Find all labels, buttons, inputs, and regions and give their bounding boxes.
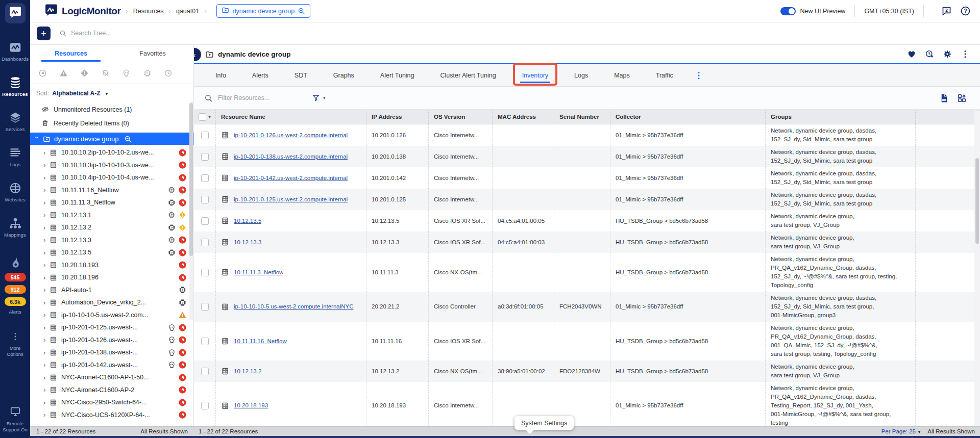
tab-favorites[interactable]: Favorites	[112, 45, 193, 62]
tab-alert-tuning[interactable]: Alert Tuning	[379, 65, 415, 86]
export-report-icon[interactable]	[939, 93, 949, 103]
critical-alert-badge[interactable]: 545	[5, 273, 26, 281]
row-checkbox[interactable]	[201, 269, 209, 276]
resource-name-link[interactable]: 10.12.13.2	[234, 367, 261, 376]
select-all-checkbox[interactable]	[199, 113, 206, 121]
tab-cluster-alert-tuning[interactable]: Cluster Alert Tuning	[439, 65, 497, 86]
tree-item-nyc-aironet-c1600-ap-1-50-[interactable]: › NYC-Aironet-C1600-AP-1-50...	[30, 371, 193, 384]
tree-item-ip-10-201-0-126-us-west-[interactable]: › ip-10-201-0-126.us-west-...	[30, 334, 193, 347]
chevron-right-icon[interactable]: ›	[43, 336, 50, 344]
skull-filter-icon[interactable]	[122, 69, 131, 78]
tree-item-ip-10-10-10-5-us-west-2-com-[interactable]: › ip-10-10-10-5.us-west-2.com...	[30, 309, 193, 322]
collapse-tree-button[interactable]: ‹	[194, 48, 201, 61]
zoom-out-icon[interactable]	[298, 7, 305, 15]
logicmonitor-logo-icon[interactable]	[5, 3, 26, 23]
funnel-icon[interactable]	[312, 94, 320, 102]
sidebar-item-more-options[interactable]: More Options	[4, 332, 27, 357]
tree-item-10-12-13-2[interactable]: › 10.12.13.2 ?	[30, 221, 193, 234]
column-header-ip-address[interactable]: IP Address	[366, 110, 428, 124]
new-ui-preview-toggle[interactable]	[780, 7, 796, 15]
chevron-right-icon[interactable]: ›	[43, 211, 50, 219]
sidebar-item-remote-support[interactable]: Remote Support On	[2, 406, 29, 433]
tab-traffic[interactable]: Traffic	[655, 65, 674, 86]
chevron-right-icon[interactable]: ›	[43, 286, 50, 294]
resource-name-link[interactable]: ip-10-201-0-126.us-west-2.compute.intern…	[234, 131, 348, 140]
resource-name-link[interactable]: 10.12.13.5	[234, 217, 261, 225]
sort-caret-icon[interactable]: ▾	[106, 91, 108, 96]
tree-item-10-10-10-4ip-10-10-10-4-us-we-[interactable]: › 10.10.10.4ip-10-10-10-4.us-we...	[30, 171, 193, 184]
sidebar-item-dashboards[interactable]: Dashboards	[0, 34, 30, 69]
column-header-mac-address[interactable]: MAC Address	[492, 110, 554, 124]
chevron-right-icon[interactable]: ›	[43, 224, 50, 231]
column-header-resource-name[interactable]: Resource Name	[215, 110, 366, 124]
chevron-right-icon[interactable]: ›	[43, 374, 50, 381]
row-checkbox[interactable]	[201, 368, 209, 375]
resource-name-link[interactable]: 10.12.13.3	[234, 238, 261, 247]
tree-item-10-20-18-193[interactable]: › 10.20.18.193	[30, 259, 193, 272]
help-icon[interactable]: ?	[960, 6, 971, 16]
resource-name-link[interactable]: ip-10-201-0-125.us-west-2.compute.intern…	[234, 195, 348, 204]
column-settings-icon[interactable]	[957, 93, 967, 103]
row-checkbox[interactable]	[201, 239, 209, 246]
chevron-right-icon[interactable]: ›	[43, 261, 50, 269]
chevron-right-icon[interactable]: ›	[43, 186, 50, 194]
sidebar-item-websites[interactable]: Websites	[0, 174, 30, 210]
tree-item-ip-10-201-0-125-us-west-[interactable]: › ip-10-201-0-125.us-west-...	[30, 321, 193, 334]
tree-item-10-12-13-1[interactable]: › 10.12.13.1 ?	[30, 209, 193, 222]
row-checkbox[interactable]	[201, 153, 209, 161]
row-checkbox[interactable]	[201, 338, 209, 345]
row-checkbox[interactable]	[201, 196, 209, 203]
sort-value[interactable]: Alphabetical A-Z	[52, 90, 100, 97]
tree-item-10-11-11-3-netflow[interactable]: › 10.11.11.3_Netflow ?	[30, 196, 193, 209]
chevron-right-icon[interactable]: ›	[43, 236, 50, 244]
chevron-right-icon[interactable]: ›	[43, 411, 50, 419]
clock-filter-icon[interactable]	[164, 69, 173, 78]
diamond-filter-icon[interactable]	[80, 69, 89, 78]
timezone-label[interactable]: GMT+05:30 (IST)	[864, 8, 914, 15]
tree-item-dynamic-device-group-selected[interactable]: › dynamic device group	[30, 133, 193, 145]
breadcrumb-current-group[interactable]: dynamic device group	[216, 4, 310, 18]
tree-scrollbar-thumb[interactable]	[189, 103, 193, 256]
chevron-right-icon[interactable]: ›	[43, 399, 50, 406]
tree-scrollbar[interactable]	[189, 101, 193, 320]
tab-sdt[interactable]: SDT	[293, 65, 308, 86]
triangle-filter-icon[interactable]	[59, 69, 68, 78]
column-header-serial-number[interactable]: Serial Number	[554, 110, 610, 124]
tree-item-automation-device-vrkiq-2-[interactable]: › Automation_Device_vrkiq_2... ?	[30, 296, 193, 309]
chevron-right-icon[interactable]: ›	[43, 311, 50, 319]
resource-name-link[interactable]: ip-10-10-10-5.us-west-2.compute.internal…	[234, 302, 354, 311]
tree-item-10-12-13-5[interactable]: › 10.12.13.5 ?	[30, 246, 193, 259]
table-scrollbar-thumb[interactable]	[975, 158, 979, 244]
zoom-out-icon[interactable]	[124, 135, 132, 143]
tab-logs[interactable]: Logs	[573, 65, 589, 86]
unmonitored-resources-item[interactable]: Unmonitored Resources (1)	[30, 102, 193, 116]
sidebar-item-services[interactable]: Services	[0, 104, 30, 139]
sidebar-item-resources[interactable]: Resources	[0, 69, 30, 104]
tree-search-input[interactable]	[71, 30, 153, 37]
tab-alerts[interactable]: Alerts	[251, 65, 270, 86]
gear-icon[interactable]	[943, 49, 952, 59]
chevron-right-icon[interactable]: ›	[43, 349, 50, 356]
select-menu-caret-icon[interactable]: ▾	[208, 114, 211, 119]
tab-inventory[interactable]: Inventory	[521, 65, 549, 86]
tab-graphs[interactable]: Graphs	[332, 65, 355, 86]
tree-item-api-auto-1[interactable]: › API-auto-1 ?	[30, 284, 193, 297]
chip-filter-icon[interactable]: ?	[143, 69, 152, 78]
column-header-collector[interactable]: Collector	[610, 110, 765, 124]
schedule-sdt-icon[interactable]	[925, 49, 934, 59]
bell-slash-filter-icon[interactable]	[101, 69, 110, 78]
resource-name-link[interactable]: ip-10-201-0-142.us-west-2.compute.intern…	[234, 174, 348, 183]
sidebar-item-mappings[interactable]: Mappings	[0, 210, 30, 245]
tree-item-10-20-18-196[interactable]: › 10.20.18.196	[30, 271, 193, 284]
recently-deleted-item[interactable]: Recently Deleted Items (0)	[30, 116, 193, 130]
tree-item-nyc-cisco-ucs-6120xp-64-[interactable]: › NYC-Cisco-UCS-6120XP-64-...	[30, 409, 193, 422]
breadcrumb-qauat01[interactable]: qauat01	[176, 8, 199, 15]
chevron-right-icon[interactable]: ›	[43, 199, 50, 207]
chevron-right-icon[interactable]: ›	[43, 161, 50, 169]
per-page-select[interactable]: Per Page: 25▾	[881, 428, 921, 434]
resource-name-link[interactable]: 10.11.11.16_Netflow	[234, 337, 287, 346]
tree-item-10-12-13-3[interactable]: › 10.12.13.3 ?	[30, 234, 193, 247]
feedback-icon[interactable]: 2	[941, 6, 952, 16]
error-alert-badge[interactable]: 912	[5, 285, 26, 294]
chevron-right-icon[interactable]: ›	[43, 274, 50, 281]
